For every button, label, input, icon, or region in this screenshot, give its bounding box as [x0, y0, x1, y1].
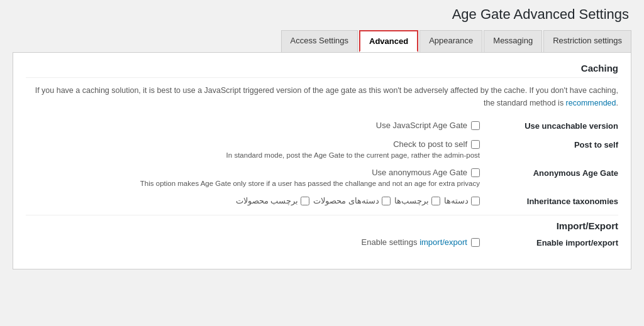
tab-restriction-settings[interactable]: Restriction settings	[543, 30, 631, 52]
page-wrapper: Age Gate Advanced Settings Access Settin…	[0, 0, 644, 326]
anonymous-age-gate-checkbox[interactable]	[471, 168, 480, 177]
caching-section-title: Caching	[26, 63, 618, 78]
inheritance-taxonomies-right-label: Inheritance taxonomies	[492, 196, 618, 206]
bargasb-checkbox[interactable]	[431, 197, 440, 205]
recommended-link: recommended	[566, 99, 616, 107]
import-export-section-title: Import/Export	[26, 215, 618, 231]
enable-import-label-line: Enable settings import/export	[362, 237, 480, 247]
anonymous-age-gate-left: Use anonymous Age Gate This option makes…	[26, 168, 492, 187]
dastehha-checkbox[interactable]	[471, 197, 480, 205]
enable-import-right-label: Enable import/export	[492, 237, 618, 247]
js-age-gate-label: Use JavaScript Age Gate	[376, 121, 467, 130]
tab-advanced[interactable]: Advanced	[359, 30, 418, 52]
anonymous-age-gate-right-label: Anonymous Age Gate	[492, 168, 618, 178]
bargasb-label[interactable]: برچسب‌ها	[394, 196, 440, 205]
anonymous-age-gate-row: Use anonymous Age Gate This option makes…	[26, 168, 618, 187]
js-age-gate-label-line: Use JavaScript Age Gate	[376, 121, 480, 130]
bargasb-products-label[interactable]: برچسب محصولات	[236, 196, 310, 205]
bargasb-products-checkbox[interactable]	[301, 197, 309, 205]
inheritance-taxonomies-left: دسته‌ها برچسب‌ها دسته‌های محصولات برچسب …	[26, 196, 492, 205]
post-to-self-label-line: Check to post to self	[393, 139, 480, 149]
dastehha-products-text: دسته‌های محصولات	[313, 196, 379, 205]
post-to-self-right-label: Post to self	[492, 139, 618, 149]
anonymous-age-gate-label: Use anonymous Age Gate	[372, 168, 467, 177]
import-export-link: import/export	[419, 237, 467, 247]
tab-appearance[interactable]: Appearance	[419, 30, 482, 52]
js-age-gate-left: Use JavaScript Age Gate	[26, 121, 492, 130]
page-title: Age Gate Advanced Settings	[13, 6, 631, 23]
taxonomies-checkboxes: دسته‌ها برچسب‌ها دسته‌های محصولات برچسب …	[236, 196, 480, 205]
post-to-self-sub: In standard mode, post the Age Gate to t…	[226, 151, 480, 159]
dastehha-products-label[interactable]: دسته‌های محصولات	[313, 196, 391, 205]
inheritance-taxonomies-row: دسته‌ها برچسب‌ها دسته‌های محصولات برچسب …	[26, 196, 618, 206]
post-to-self-left: Check to post to self In standard mode, …	[26, 139, 492, 159]
dastehha-text: دسته‌ها	[444, 196, 469, 205]
anonymous-age-gate-label-line: Use anonymous Age Gate	[372, 168, 480, 177]
bargasb-products-text: برچسب محصولات	[236, 196, 299, 205]
post-to-self-row: Check to post to self In standard mode, …	[26, 139, 618, 159]
post-to-self-label: Check to post to self	[393, 139, 467, 149]
dastehha-products-checkbox[interactable]	[382, 197, 391, 205]
js-age-gate-right-label: Use uncachable version	[492, 121, 618, 131]
enable-import-row: Enable settings import/export Enable imp…	[26, 237, 618, 247]
tab-messaging[interactable]: Messaging	[484, 30, 542, 52]
js-age-gate-row: Use JavaScript Age Gate Use uncachable v…	[26, 121, 618, 131]
dastehha-label[interactable]: دسته‌ها	[444, 196, 480, 205]
caching-info: If you have a caching solution, it is be…	[26, 84, 618, 109]
js-age-gate-checkbox[interactable]	[471, 121, 480, 130]
post-to-self-checkbox[interactable]	[471, 140, 480, 149]
tab-access-settings[interactable]: Access Settings	[281, 30, 358, 52]
anonymous-age-gate-sub: This option makes Age Gate only store if…	[140, 180, 480, 187]
tabs-bar: Access Settings Advanced Appearance Mess…	[13, 30, 631, 53]
bargasb-text: برچسب‌ها	[394, 196, 429, 205]
enable-import-checkbox[interactable]	[471, 238, 480, 247]
content-panel: Caching If you have a caching solution, …	[13, 53, 631, 269]
enable-import-left: Enable settings import/export	[26, 237, 492, 247]
enable-import-label: Enable settings import/export	[362, 237, 467, 247]
